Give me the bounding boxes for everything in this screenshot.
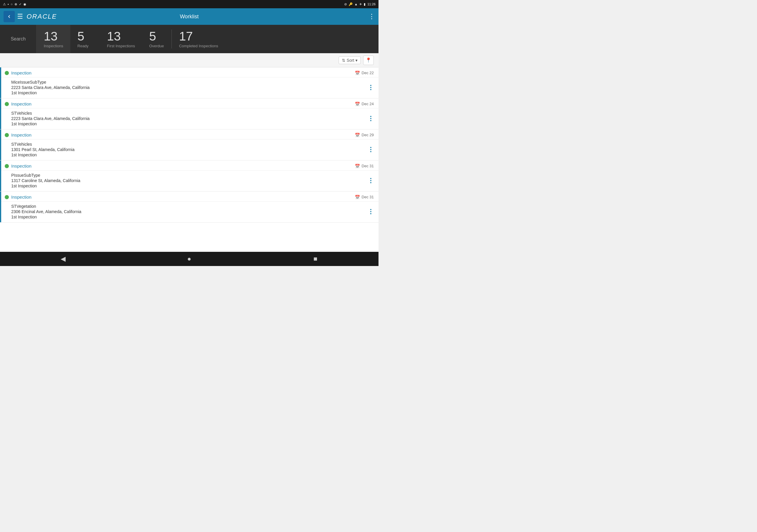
bottom-nav: ◀ ● ■ bbox=[0, 252, 378, 266]
dot2 bbox=[370, 211, 371, 212]
hamburger-menu-button[interactable]: ☰ bbox=[17, 13, 23, 20]
nav-back-icon: ◀ bbox=[61, 255, 66, 263]
status-dot bbox=[5, 164, 9, 168]
item-more-button[interactable] bbox=[368, 84, 374, 91]
item-details: STVehicles 2223 Santa Clara Ave, Alameda… bbox=[11, 111, 368, 126]
item-details: STVegetation 2306 Encinal Ave, Alameda, … bbox=[11, 204, 368, 219]
dot3 bbox=[370, 120, 371, 121]
nav-home-icon: ● bbox=[187, 255, 191, 263]
status-dot bbox=[5, 102, 9, 106]
search-label: Search bbox=[11, 36, 26, 42]
item-border bbox=[0, 161, 1, 191]
list-item[interactable]: Inspection 📅 Dec 31 PIssueSubType 1317 C… bbox=[0, 161, 378, 192]
inspection-type-label: Inspection bbox=[11, 102, 31, 106]
item-address: 1317 Caroline St, Alameda, California bbox=[11, 178, 368, 183]
ready-count: 5 bbox=[77, 30, 93, 43]
more-options-button[interactable]: ⋮ bbox=[369, 13, 375, 20]
list-item[interactable]: Inspection 📅 Dec 29 STVehicles 1301 Pear… bbox=[0, 130, 378, 161]
inspection-date: Dec 24 bbox=[362, 102, 374, 106]
nav-recents-icon: ■ bbox=[314, 255, 317, 263]
list-item-body: PIssueSubType 1317 Caroline St, Alameda,… bbox=[0, 170, 378, 191]
item-address: 1301 Pearl St, Alameda, California bbox=[11, 147, 368, 152]
inspection-type-label: Inspection bbox=[11, 70, 31, 75]
dot2 bbox=[370, 149, 371, 150]
list-item[interactable]: Inspection 📅 Dec 24 STVehicles 2223 Sant… bbox=[0, 99, 378, 130]
item-inspection-type: 1st Inspection bbox=[11, 122, 368, 126]
list-item-header: Inspection 📅 Dec 29 bbox=[0, 130, 378, 139]
item-details: PIssueSubType 1317 Caroline St, Alameda,… bbox=[11, 173, 368, 188]
item-subtype: PIssueSubType bbox=[11, 173, 368, 178]
first-inspections-count: 13 bbox=[107, 30, 135, 43]
list-item-body: STVegetation 2306 Encinal Ave, Alameda, … bbox=[0, 202, 378, 222]
stats-overdue[interactable]: 5 Overdue bbox=[142, 25, 171, 53]
stats-completed[interactable]: 17 Completed Inspections bbox=[172, 25, 225, 53]
list-item-body: MiceIssueSubType 2223 Santa Clara Ave, A… bbox=[0, 77, 378, 98]
item-more-button[interactable] bbox=[368, 208, 374, 216]
stats-ready[interactable]: 5 Ready bbox=[70, 25, 100, 53]
inspection-type-label: Inspection bbox=[11, 194, 31, 199]
list-item-body: STVehicles 2223 Santa Clara Ave, Alameda… bbox=[0, 108, 378, 129]
search-button[interactable]: Search bbox=[0, 25, 37, 53]
calendar-icon: 📅 bbox=[355, 133, 360, 137]
calendar-icon: 📅 bbox=[355, 195, 360, 199]
nav-back-button[interactable]: ◀ bbox=[56, 252, 70, 266]
inspection-date: Dec 29 bbox=[362, 133, 374, 137]
shield2-icon: ◉ bbox=[23, 2, 26, 6]
back-button[interactable] bbox=[4, 11, 15, 22]
dot1 bbox=[370, 209, 371, 210]
item-more-button[interactable] bbox=[368, 146, 374, 153]
date-row: 📅 Dec 29 bbox=[355, 133, 374, 137]
shield-icon: ⊕ bbox=[15, 2, 17, 6]
dot1 bbox=[370, 85, 371, 86]
item-more-button[interactable] bbox=[368, 177, 374, 185]
stats-first-inspections[interactable]: 13 First Inspections bbox=[100, 25, 142, 53]
map-pin-icon: 📍 bbox=[366, 57, 371, 63]
list-item-header: Inspection 📅 Dec 24 bbox=[0, 99, 378, 108]
toolbar: ⇅ Sort ▾ 📍 bbox=[0, 53, 378, 67]
list-item-header: Inspection 📅 Dec 22 bbox=[0, 67, 378, 77]
dot3 bbox=[370, 182, 371, 183]
overdue-label: Overdue bbox=[149, 44, 165, 48]
list-item[interactable]: Inspection 📅 Dec 31 STVegetation 2306 En… bbox=[0, 192, 378, 222]
sort-icon: ⇅ bbox=[342, 58, 346, 63]
item-address: 2306 Encinal Ave, Alameda, California bbox=[11, 209, 368, 214]
inspections-label: Inspections bbox=[44, 44, 63, 48]
item-details: STVehicles 1301 Pearl St, Alameda, Calif… bbox=[11, 142, 368, 157]
list-item-body: STVehicles 1301 Pearl St, Alameda, Calif… bbox=[0, 139, 378, 160]
item-title-row: Inspection bbox=[5, 70, 31, 75]
item-border bbox=[0, 130, 1, 160]
check-icon: ✓ bbox=[19, 2, 21, 6]
ready-label: Ready bbox=[77, 44, 93, 48]
first-inspections-label: First Inspections bbox=[107, 44, 135, 48]
map-button[interactable]: 📍 bbox=[363, 56, 374, 65]
back-icon bbox=[6, 14, 12, 19]
item-details: MiceIssueSubType 2223 Santa Clara Ave, A… bbox=[11, 80, 368, 95]
item-inspection-type: 1st Inspection bbox=[11, 153, 368, 157]
key-icon: 🔑 bbox=[348, 2, 353, 6]
sort-chevron-icon: ▾ bbox=[355, 58, 357, 63]
stats-inspections[interactable]: 13 Inspections bbox=[37, 25, 70, 53]
nav-recents-button[interactable]: ■ bbox=[308, 252, 322, 266]
date-row: 📅 Dec 24 bbox=[355, 102, 374, 106]
item-address: 2223 Santa Clara Ave, Alameda, Californi… bbox=[11, 85, 368, 90]
dot3 bbox=[370, 151, 371, 152]
inspection-type-label: Inspection bbox=[11, 163, 31, 168]
completed-count: 17 bbox=[179, 30, 218, 43]
status-dot bbox=[5, 71, 9, 75]
sort-button[interactable]: ⇅ Sort ▾ bbox=[339, 56, 361, 64]
completed-label: Completed Inspections bbox=[179, 44, 218, 48]
item-title-row: Inspection bbox=[5, 102, 31, 106]
item-subtype: STVehicles bbox=[11, 111, 368, 116]
inspection-type-label: Inspection bbox=[11, 133, 31, 137]
inspection-list: Inspection 📅 Dec 22 MiceIssueSubType 222… bbox=[0, 67, 378, 252]
calendar-icon: 📅 bbox=[355, 102, 360, 106]
nav-bar: ☰ ORACLE Worklist ⋮ bbox=[0, 8, 378, 25]
dot1 bbox=[370, 178, 371, 179]
nav-home-button[interactable]: ● bbox=[182, 252, 197, 266]
block-icon: ⊘ bbox=[344, 2, 347, 6]
item-title-row: Inspection bbox=[5, 133, 31, 137]
list-item[interactable]: Inspection 📅 Dec 22 MiceIssueSubType 222… bbox=[0, 67, 378, 99]
item-more-button[interactable] bbox=[368, 115, 374, 122]
list-item-header: Inspection 📅 Dec 31 bbox=[0, 161, 378, 170]
status-bar-right-icons: ⊘ 🔑 ▲ ✈ ▮ 11:26 bbox=[344, 2, 376, 6]
